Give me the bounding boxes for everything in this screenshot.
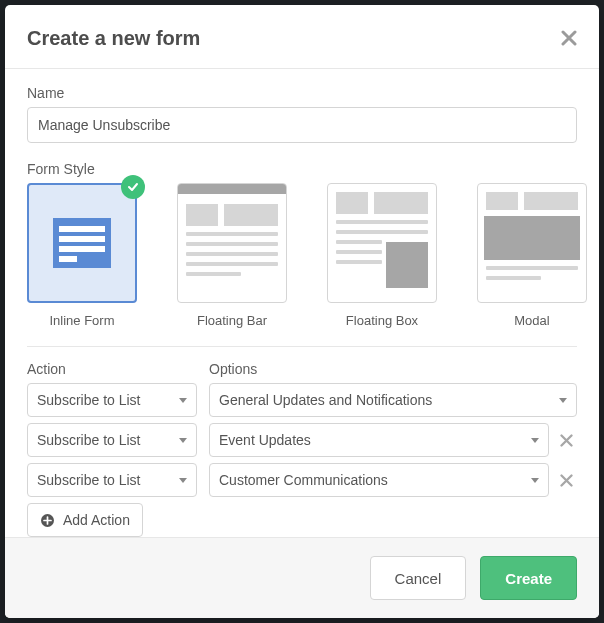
close-icon [561, 30, 577, 46]
action-select[interactable]: Subscribe to List [27, 423, 197, 457]
dialog-header: Create a new form [5, 5, 599, 69]
dialog-body: Name Form Style [5, 69, 599, 537]
form-style-option-label: Inline Form [49, 313, 114, 328]
form-style-option-label: Modal [514, 313, 549, 328]
option-select-value: Event Updates [219, 432, 311, 448]
action-row: Subscribe to List [27, 463, 197, 497]
inline-form-thumb [27, 183, 137, 303]
chevron-down-icon [531, 438, 539, 443]
create-button[interactable]: Create [480, 556, 577, 600]
form-style-section: Form Style [27, 161, 577, 328]
svg-rect-4 [59, 256, 77, 262]
form-style-option-modal[interactable]: Modal [477, 183, 587, 328]
option-select-value: Customer Communications [219, 472, 388, 488]
svg-rect-3 [59, 246, 105, 252]
selected-check-badge [121, 175, 145, 199]
close-icon [560, 474, 573, 487]
form-style-label: Form Style [27, 161, 577, 177]
svg-rect-1 [59, 226, 105, 232]
section-divider [27, 346, 577, 347]
floating-bar-thumb [177, 183, 287, 303]
name-section: Name [27, 85, 577, 143]
option-row: General Updates and Notifications [209, 383, 577, 417]
add-action-button[interactable]: Add Action [27, 503, 143, 537]
remove-action-button[interactable] [555, 469, 577, 491]
cancel-label: Cancel [395, 570, 442, 587]
form-style-option-inline-form[interactable]: Inline Form [27, 183, 137, 328]
action-row: Subscribe to List [27, 383, 197, 417]
cancel-button[interactable]: Cancel [370, 556, 467, 600]
plus-circle-icon [40, 513, 55, 528]
name-input[interactable] [27, 107, 577, 143]
chevron-down-icon [179, 438, 187, 443]
action-select-value: Subscribe to List [37, 392, 141, 408]
name-label: Name [27, 85, 577, 101]
floating-box-thumb [327, 183, 437, 303]
dialog-footer: Cancel Create [5, 537, 599, 618]
option-select[interactable]: Event Updates [209, 423, 549, 457]
modal-thumb [477, 183, 587, 303]
chevron-down-icon [179, 478, 187, 483]
options-header: Options [209, 361, 577, 377]
option-select-value: General Updates and Notifications [219, 392, 432, 408]
svg-rect-2 [59, 236, 105, 242]
action-select-value: Subscribe to List [37, 472, 141, 488]
option-select[interactable]: Customer Communications [209, 463, 549, 497]
action-select[interactable]: Subscribe to List [27, 383, 197, 417]
option-row: Customer Communications [209, 463, 577, 497]
remove-action-button[interactable] [555, 429, 577, 451]
form-style-option-floating-bar[interactable]: Floating Bar [177, 183, 287, 328]
form-style-grid: Inline Form Floating Bar [27, 183, 577, 328]
action-row: Subscribe to List [27, 423, 197, 457]
action-select-value: Subscribe to List [37, 432, 141, 448]
close-button[interactable] [561, 28, 577, 50]
close-icon [560, 434, 573, 447]
form-style-option-label: Floating Bar [197, 313, 267, 328]
check-icon [127, 181, 139, 193]
form-style-option-floating-box[interactable]: Floating Box [327, 183, 437, 328]
chevron-down-icon [179, 398, 187, 403]
chevron-down-icon [531, 478, 539, 483]
action-select[interactable]: Subscribe to List [27, 463, 197, 497]
action-column: Action Subscribe to List Subscribe to Li… [27, 361, 197, 537]
options-column: Options General Updates and Notification… [209, 361, 577, 537]
create-form-dialog: Create a new form Name Form Style [5, 5, 599, 618]
form-style-option-label: Floating Box [346, 313, 418, 328]
dialog-title: Create a new form [27, 27, 200, 50]
action-options-grid: Action Subscribe to List Subscribe to Li… [27, 361, 577, 537]
create-label: Create [505, 570, 552, 587]
chevron-down-icon [559, 398, 567, 403]
add-action-label: Add Action [63, 512, 130, 528]
action-header: Action [27, 361, 197, 377]
option-select[interactable]: General Updates and Notifications [209, 383, 577, 417]
option-row: Event Updates [209, 423, 577, 457]
